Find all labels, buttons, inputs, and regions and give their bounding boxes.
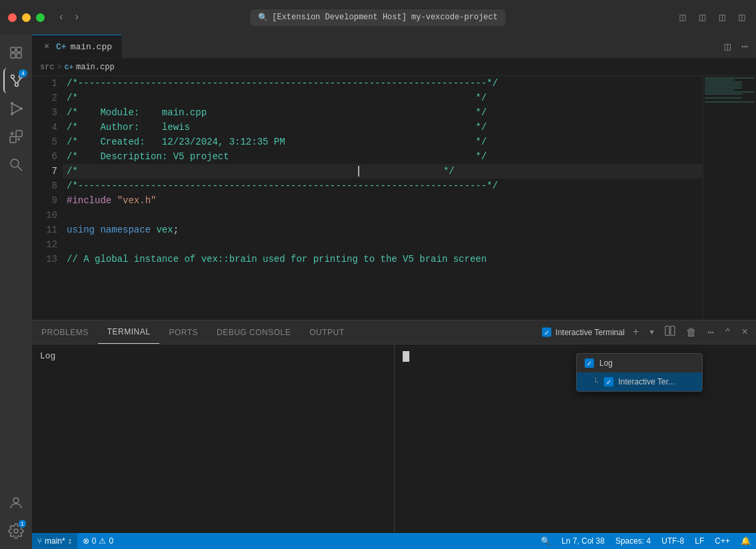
tab-output[interactable]: OUTPUT: [300, 320, 353, 344]
code-line-2: /* */: [63, 91, 703, 105]
line-num-4: 4: [37, 120, 57, 135]
tree-indent-icon: └: [593, 377, 599, 386]
tab-terminal[interactable]: TERMINAL: [98, 320, 160, 344]
tab-bar-actions: ◫ ⋯: [722, 39, 751, 55]
tab-debug-console[interactable]: DEBUG CONSOLE: [207, 320, 300, 344]
svg-point-4: [11, 75, 15, 79]
status-spaces[interactable]: Spaces: 4: [610, 533, 656, 549]
svg-point-12: [11, 102, 13, 105]
panel-actions: ✓ Interactive Terminal + ▼ 🗑 ⋯ ⌃ ×: [542, 324, 751, 340]
line-num-3: 3: [37, 105, 57, 120]
activity-settings[interactable]: 1: [3, 518, 29, 544]
status-branch[interactable]: ⑂ main* ↕: [32, 533, 77, 549]
source-control-badge: 4: [19, 69, 27, 77]
tab-bar: × C+ main.cpp ◫ ⋯: [32, 35, 756, 59]
maximize-panel-button[interactable]: ⌃: [722, 324, 734, 340]
terminal-cursor: [403, 351, 409, 362]
line-num-1: 1: [37, 76, 57, 91]
breadcrumb-file[interactable]: C+ main.cpp: [65, 63, 115, 72]
svg-point-17: [13, 498, 19, 503]
title-search-bar[interactable]: 🔍 [Extension Development Host] my-vexcod…: [250, 9, 505, 26]
tab-label: main.cpp: [71, 42, 112, 52]
close-button[interactable]: [8, 13, 17, 22]
status-encoding[interactable]: UTF-8: [656, 533, 689, 549]
settings-badge: 1: [19, 520, 26, 528]
status-bar: ⑂ main* ↕ ⊗ 0 ⚠ 0 🔍 Ln 7, Col 38: [32, 533, 756, 549]
dropdown-item-log[interactable]: ✓ Log: [577, 354, 702, 372]
tab-problems[interactable]: PROBLEMS: [32, 320, 98, 344]
code-line-12: [63, 237, 703, 252]
editor-area[interactable]: 1 2 3 4 5 6 7 8 9 10 11 12 13 /*--------…: [32, 76, 756, 320]
minimap-line: [705, 93, 742, 95]
status-line-ending[interactable]: LF: [689, 533, 709, 549]
panel-tabs: PROBLEMS TERMINAL PORTS DEBUG CONSOLE OU…: [32, 320, 756, 344]
status-zoom[interactable]: 🔍: [535, 533, 556, 549]
breadcrumb: src > C+ main.cpp: [32, 59, 756, 76]
minimap-line: [705, 77, 755, 79]
svg-line-7: [13, 79, 16, 83]
terminal-log-label: Log: [40, 351, 386, 361]
minimap-line: [705, 101, 755, 103]
activity-extensions[interactable]: [3, 124, 29, 149]
activity-run-debug[interactable]: [3, 96, 29, 121]
terminal-label: ✓ Interactive Terminal: [542, 328, 625, 337]
language-label: C++: [715, 536, 730, 546]
code-content[interactable]: /*--------------------------------------…: [63, 76, 703, 320]
terminal-label-text: Interactive Terminal: [555, 328, 625, 337]
status-position[interactable]: Ln 7, Col 38: [556, 533, 610, 549]
tab-ports[interactable]: PORTS: [159, 320, 207, 344]
svg-line-8: [17, 79, 21, 83]
warning-icon: ⚠: [99, 536, 106, 546]
activity-account[interactable]: [3, 490, 29, 516]
minimap-line: [705, 79, 735, 81]
status-notifications[interactable]: 🔔: [735, 533, 756, 549]
code-line-4: /* Author: lewis */: [63, 120, 703, 135]
nav-back-button[interactable]: ‹: [55, 10, 67, 25]
terminal-dropdown-button[interactable]: ▼: [647, 327, 657, 338]
minimize-button[interactable]: [22, 13, 31, 22]
layout-toggle-icon[interactable]: ◫: [677, 9, 689, 25]
encoding-label: UTF-8: [661, 536, 684, 546]
panel-toggle-icon[interactable]: ◫: [717, 9, 729, 25]
split-terminal-button[interactable]: [662, 324, 678, 340]
code-line-8: /*--------------------------------------…: [63, 179, 703, 193]
breadcrumb-src[interactable]: src: [40, 63, 55, 72]
svg-rect-13: [10, 137, 16, 143]
error-count: 0: [92, 536, 97, 546]
branch-label: main*: [45, 536, 65, 546]
status-language[interactable]: C++: [709, 533, 735, 549]
activity-explorer[interactable]: [3, 40, 29, 65]
nav-arrows: ‹ ›: [55, 10, 83, 25]
log-label: Log: [599, 358, 613, 368]
activity-search[interactable]: [3, 152, 29, 177]
kill-terminal-button[interactable]: 🗑: [683, 324, 699, 340]
add-terminal-button[interactable]: +: [630, 325, 642, 340]
split-editor-button[interactable]: ◫: [722, 39, 734, 55]
svg-rect-14: [16, 131, 22, 137]
terminal-checkbox-icon: ✓: [542, 328, 551, 337]
close-panel-button[interactable]: ×: [739, 325, 751, 340]
svg-point-10: [11, 113, 13, 115]
activity-source-control[interactable]: 4: [3, 68, 29, 93]
layout-options-icon[interactable]: ◫: [736, 9, 748, 25]
nav-forward-button[interactable]: ›: [71, 10, 83, 25]
svg-rect-3: [17, 53, 21, 58]
dropdown-item-interactive[interactable]: └ ✓ Interactive Ter...: [577, 372, 702, 391]
more-panel-actions-button[interactable]: ⋯: [705, 324, 717, 340]
status-errors[interactable]: ⊗ 0 ⚠ 0: [77, 533, 119, 549]
svg-point-15: [11, 159, 19, 167]
svg-rect-19: [665, 326, 669, 335]
code-line-1: /*--------------------------------------…: [63, 76, 703, 91]
more-actions-button[interactable]: ⋯: [739, 39, 751, 55]
terminal-log-pane[interactable]: Log: [32, 344, 394, 533]
code-line-3: /* Module: main.cpp */: [63, 105, 703, 120]
line-num-5: 5: [37, 135, 57, 149]
minimap-line: [705, 95, 755, 97]
maximize-button[interactable]: [36, 13, 45, 22]
tab-main-cpp[interactable]: × C+ main.cpp: [32, 35, 122, 58]
tab-close-button[interactable]: ×: [41, 41, 52, 52]
split-editor-icon[interactable]: ◫: [697, 9, 709, 25]
minimap-content: [703, 76, 756, 320]
minimap-line: [705, 97, 742, 99]
terminal-dropdown-menu: ✓ Log └ ✓ Interactive Ter...: [576, 353, 703, 392]
